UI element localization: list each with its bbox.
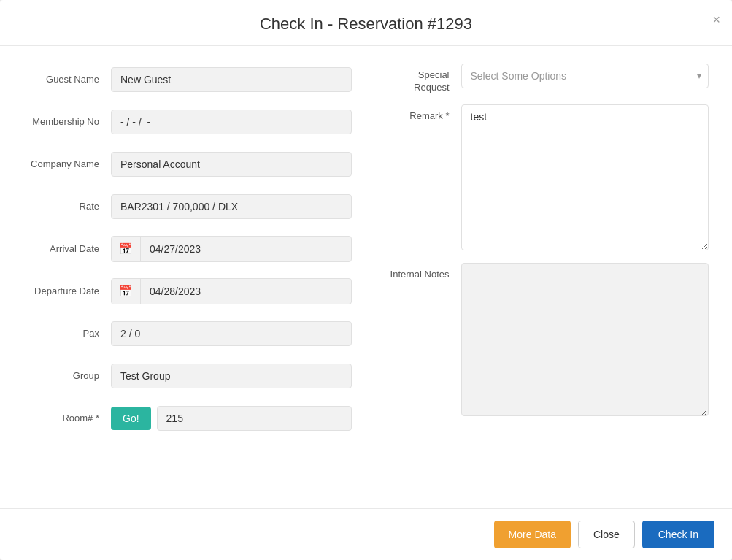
- guest-name-input[interactable]: [111, 67, 352, 92]
- close-icon[interactable]: ×: [712, 13, 720, 26]
- room-no-row: Room# * Go!: [23, 402, 352, 434]
- special-request-row: Special Request Select Some Options: [381, 64, 709, 94]
- rate-label: Rate: [23, 201, 111, 213]
- rate-input[interactable]: [111, 194, 352, 219]
- modal-header: Check In - Reservation #1293 ×: [0, 0, 732, 46]
- checkin-modal: Check In - Reservation #1293 × Guest Nam…: [0, 0, 732, 560]
- membership-no-field: [111, 110, 352, 134]
- modal-body: Guest Name Membership No Company Name Ra…: [0, 46, 732, 508]
- go-button[interactable]: Go!: [111, 407, 151, 430]
- company-name-label: Company Name: [23, 158, 111, 171]
- room-no-field: Go!: [111, 406, 352, 431]
- arrival-date-row: Arrival Date 📅: [23, 233, 352, 265]
- pax-input[interactable]: [111, 321, 352, 346]
- departure-calendar-icon[interactable]: 📅: [112, 279, 141, 304]
- rate-row: Rate: [23, 191, 352, 223]
- internal-notes-textarea[interactable]: [461, 263, 709, 416]
- group-row: Group: [23, 360, 352, 392]
- group-label: Group: [23, 370, 111, 383]
- departure-date-field: 📅: [111, 278, 352, 304]
- pax-row: Pax: [23, 318, 352, 350]
- company-name-field: [111, 152, 352, 177]
- left-column: Guest Name Membership No Company Name Ra…: [23, 64, 352, 491]
- modal-footer: More Data Close Check In: [0, 508, 732, 560]
- group-field: [111, 364, 352, 388]
- room-no-label: Room# *: [23, 413, 111, 425]
- remark-field: test: [461, 104, 709, 253]
- room-no-input[interactable]: [157, 406, 352, 431]
- special-request-label: Special Request: [381, 64, 461, 94]
- remark-textarea[interactable]: test: [461, 104, 709, 250]
- arrival-date-input[interactable]: [141, 237, 351, 261]
- internal-notes-label: Internal Notes: [381, 263, 461, 281]
- guest-name-field: [111, 67, 352, 92]
- more-data-button[interactable]: More Data: [494, 521, 571, 548]
- membership-no-input[interactable]: [111, 110, 352, 134]
- group-input[interactable]: [111, 364, 352, 388]
- arrival-date-field: 📅: [111, 236, 352, 262]
- departure-date-input[interactable]: [141, 280, 351, 303]
- remark-label: Remark *: [381, 104, 461, 123]
- check-in-button[interactable]: Check In: [642, 521, 714, 548]
- guest-name-row: Guest Name: [23, 64, 352, 96]
- right-column: Special Request Select Some Options Rema…: [381, 64, 709, 491]
- departure-date-label: Departure Date: [23, 285, 111, 298]
- guest-name-label: Guest Name: [23, 74, 111, 86]
- internal-notes-row: Internal Notes: [381, 263, 709, 418]
- rate-field: [111, 194, 352, 219]
- special-request-select[interactable]: Select Some Options: [461, 64, 709, 88]
- special-request-field: Select Some Options: [461, 64, 709, 88]
- modal-title: Check In - Reservation #1293: [18, 15, 714, 34]
- arrival-calendar-icon[interactable]: 📅: [112, 237, 141, 261]
- room-wrapper: Go!: [111, 406, 352, 431]
- pax-label: Pax: [23, 328, 111, 340]
- company-name-input[interactable]: [111, 152, 352, 177]
- pax-field: [111, 321, 352, 346]
- company-name-row: Company Name: [23, 148, 352, 180]
- internal-notes-field: [461, 263, 709, 418]
- arrival-date-wrapper: 📅: [111, 236, 352, 262]
- arrival-date-label: Arrival Date: [23, 243, 111, 256]
- membership-no-row: Membership No: [23, 106, 352, 138]
- departure-date-wrapper: 📅: [111, 278, 352, 304]
- remark-row: Remark * test: [381, 104, 709, 253]
- close-button[interactable]: Close: [578, 521, 635, 548]
- departure-date-row: Departure Date 📅: [23, 275, 352, 307]
- membership-no-label: Membership No: [23, 116, 111, 129]
